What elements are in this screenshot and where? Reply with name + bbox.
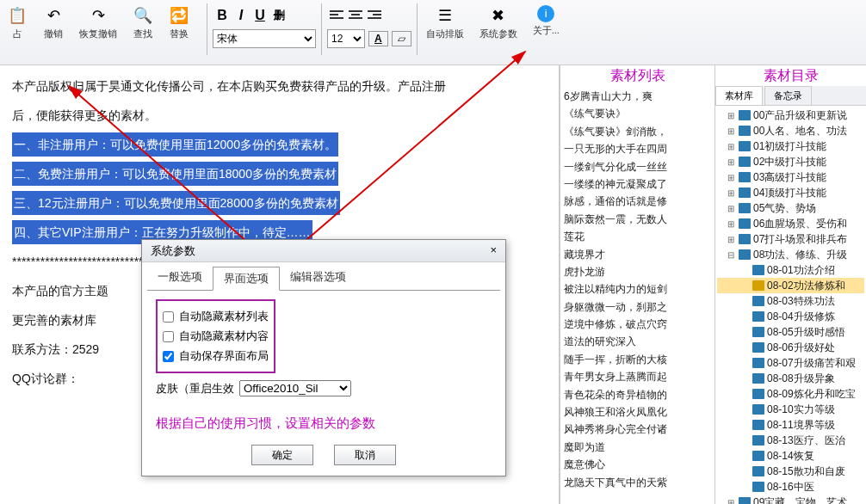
list-item[interactable]: 藏境界才 bbox=[562, 246, 713, 263]
cancel-button[interactable]: 取消 bbox=[334, 445, 396, 465]
list-item[interactable]: 青色花朵的奇异植物的 bbox=[562, 386, 713, 403]
auto-layout-button[interactable]: ☰ 自动排版 bbox=[423, 3, 467, 42]
material-tree-pane: 素材目录 素材库 备忘录 ⊞00产品升级和更新说⊞00人名、地名、功法⊞01初级… bbox=[715, 65, 866, 504]
tree-item[interactable]: 08-07升级痛苦和艰 bbox=[717, 355, 864, 371]
font-name-select[interactable]: 宋体 bbox=[213, 29, 316, 48]
redo-button[interactable]: ↷ 恢复撤销 bbox=[76, 3, 121, 42]
list-item[interactable]: 龙隐天下真气中的天紫 bbox=[562, 474, 713, 491]
tab-editor[interactable]: 编辑器选项 bbox=[280, 266, 356, 290]
options-highlight: 自动隐藏素材列表 自动隐藏素材内容 自动保存界面布局 bbox=[156, 299, 275, 373]
tree-item[interactable]: 08-03特殊功法 bbox=[717, 293, 864, 309]
tree-item[interactable]: 08-14恢复 bbox=[717, 448, 864, 464]
skin-select[interactable]: Office2010_Sil bbox=[239, 380, 351, 396]
close-icon[interactable]: × bbox=[490, 243, 497, 258]
about-button[interactable]: i 关于... bbox=[529, 3, 563, 39]
paste-label: 占 bbox=[13, 28, 22, 40]
list-item[interactable]: 身躯微微一动，刹那之 bbox=[562, 298, 713, 316]
align-left-button[interactable] bbox=[327, 5, 346, 24]
tree-item[interactable]: ⊞06血腥场景、受伤和 bbox=[717, 216, 864, 231]
list-item[interactable]: 被注以精纯内力的短剑 bbox=[562, 280, 713, 298]
align-center-button[interactable] bbox=[346, 5, 365, 24]
replace-button[interactable]: 🔁 替换 bbox=[165, 3, 193, 42]
main-toolbar: 📋 占 ↶ 撤销 ↷ 恢复撤销 🔍 查找 🔁 替换 B I U 删 宋体 bbox=[0, 0, 866, 65]
tree-item[interactable]: 08-09炼化丹和吃宝 bbox=[717, 386, 864, 402]
list-item[interactable]: 一缕剑气分化成一丝丝 bbox=[562, 158, 713, 175]
list-item[interactable]: 一缕缕的神元凝聚成了 bbox=[562, 175, 713, 193]
align-right-button[interactable] bbox=[365, 5, 384, 24]
editor-highlight: 三、12元注册用户：可以免费使用里面28000多份的免费素材 bbox=[12, 191, 340, 215]
list-item[interactable]: 青年男女身上蒸腾而起 bbox=[562, 368, 713, 385]
tree-item[interactable]: ⊞09宝藏、宝物、艺术 bbox=[717, 495, 864, 504]
editor-text: 本产品版权归属于昊通文化传播公司，在本店购买免费获得产品的升级。产品注册 bbox=[12, 79, 446, 93]
tree-item[interactable]: 08-11境界等级 bbox=[717, 417, 864, 433]
list-item[interactable]: 逆境中修炼，破点穴窍 bbox=[562, 316, 713, 333]
list-item[interactable]: 莲花 bbox=[562, 228, 713, 245]
list-item[interactable]: 风神秀将身心完全付诸 bbox=[562, 421, 713, 438]
tree-item[interactable]: 08-08升级异象 bbox=[717, 371, 864, 386]
undo-button[interactable]: ↶ 撤销 bbox=[40, 3, 67, 42]
highlight-color-button[interactable]: ▱ bbox=[392, 31, 411, 46]
tree-item[interactable]: 08-13医疗、医治 bbox=[717, 433, 864, 448]
list-item[interactable]: 脑际轰然一震，无数人 bbox=[562, 211, 713, 228]
list-item[interactable]: 《练气要诀》 bbox=[562, 105, 713, 122]
system-params-dialog: 系统参数 × 一般选项 界面选项 编辑器选项 自动隐藏素材列表 自动隐藏素材内容… bbox=[141, 239, 506, 476]
paste-icon: 📋 bbox=[7, 5, 28, 26]
tree-item[interactable]: ⊞02中级打斗技能 bbox=[717, 154, 864, 169]
list-item[interactable]: 随手一挥，折断的大核 bbox=[562, 351, 713, 368]
list-item[interactable]: 虎扑龙游 bbox=[562, 263, 713, 280]
list-item[interactable]: 脉感，通俗的话就是修 bbox=[562, 193, 713, 210]
tab-general[interactable]: 一般选项 bbox=[147, 266, 213, 290]
italic-button[interactable]: I bbox=[232, 5, 251, 24]
underline-button[interactable]: U bbox=[251, 5, 269, 24]
about-label: 关于... bbox=[533, 24, 560, 37]
sys-params-button[interactable]: ✖ 系统参数 bbox=[476, 3, 521, 42]
dialog-tabs: 一般选项 界面选项 编辑器选项 bbox=[147, 266, 500, 291]
material-list-title: 素材列表 bbox=[560, 65, 714, 86]
tree-item[interactable]: ⊞04顶级打斗技能 bbox=[717, 185, 864, 200]
tree-tabs: 素材库 备忘录 bbox=[715, 86, 866, 106]
chk-hide-list[interactable] bbox=[163, 311, 174, 323]
tree-item[interactable]: ⊞01初级打斗技能 bbox=[717, 138, 864, 154]
list-item[interactable]: 魔意佛心 bbox=[562, 456, 713, 473]
list-item[interactable]: 道法的研究深入 bbox=[562, 333, 713, 350]
tree-item[interactable]: ⊞07打斗场景和排兵布 bbox=[717, 231, 864, 247]
list-item[interactable]: 风神狼王和浴火凤凰化 bbox=[562, 403, 713, 421]
chk-save-layout[interactable] bbox=[163, 351, 174, 362]
tree-item[interactable]: ⊞00人名、地名、功法 bbox=[717, 123, 864, 138]
tree-item[interactable]: ⊞05气势、势场 bbox=[717, 200, 864, 216]
tree-item[interactable]: 08-16中医 bbox=[717, 479, 864, 495]
tab-interface[interactable]: 界面选项 bbox=[213, 267, 280, 291]
tree-item[interactable]: 08-02功法修炼和 bbox=[717, 278, 864, 293]
find-button[interactable]: 🔍 查找 bbox=[129, 3, 157, 42]
tree-item[interactable]: ⊟08功法、修练、升级 bbox=[717, 247, 864, 262]
tree-item[interactable]: ⊞00产品升级和更新说 bbox=[717, 108, 864, 123]
tree-item[interactable]: 08-06升级好处 bbox=[717, 340, 864, 355]
tree-item[interactable]: 08-01功法介绍 bbox=[717, 262, 864, 278]
tree-item[interactable]: 08-10实力等级 bbox=[717, 402, 864, 417]
redo-icon: ↷ bbox=[88, 5, 108, 26]
tab-library[interactable]: 素材库 bbox=[715, 86, 763, 105]
font-size-select[interactable]: 12 bbox=[327, 29, 365, 48]
tab-memo[interactable]: 备忘录 bbox=[764, 86, 812, 105]
align-row bbox=[327, 5, 411, 24]
ok-button[interactable]: 确定 bbox=[251, 445, 313, 465]
tree-item[interactable]: 08-05升级时感悟 bbox=[717, 324, 864, 340]
bold-button[interactable]: B bbox=[213, 5, 232, 24]
list-item[interactable]: 6岁腾青山大力，爽 bbox=[562, 88, 713, 105]
tree-item[interactable]: ⊞03高级打斗技能 bbox=[717, 169, 864, 185]
list-item[interactable]: 一只无形的大手在四周 bbox=[562, 140, 713, 157]
undo-icon: ↶ bbox=[43, 5, 64, 26]
tree-item[interactable]: 08-15散功和自废 bbox=[717, 464, 864, 479]
paste-button[interactable]: 📋 占 bbox=[3, 3, 31, 42]
strike-button[interactable]: 删 bbox=[269, 5, 288, 24]
font-color-button[interactable]: A bbox=[368, 31, 388, 46]
list-item[interactable]: 《练气要诀》剑消散， bbox=[562, 123, 713, 140]
list-item[interactable]: 魔即为道 bbox=[562, 439, 713, 456]
editor-text: 联系方法：2529 bbox=[12, 342, 99, 356]
replace-icon: 🔁 bbox=[169, 5, 189, 26]
editor-text: 后，便能获得更多的素材。 bbox=[12, 108, 157, 122]
chk-label: 自动保存界面布局 bbox=[179, 348, 269, 364]
editor-highlight: 一、非注册用户：可以免费使用里面12000多份的免费素材。 bbox=[12, 132, 338, 157]
tree-item[interactable]: 08-04升级修炼 bbox=[717, 309, 864, 324]
chk-hide-content[interactable] bbox=[163, 331, 174, 342]
